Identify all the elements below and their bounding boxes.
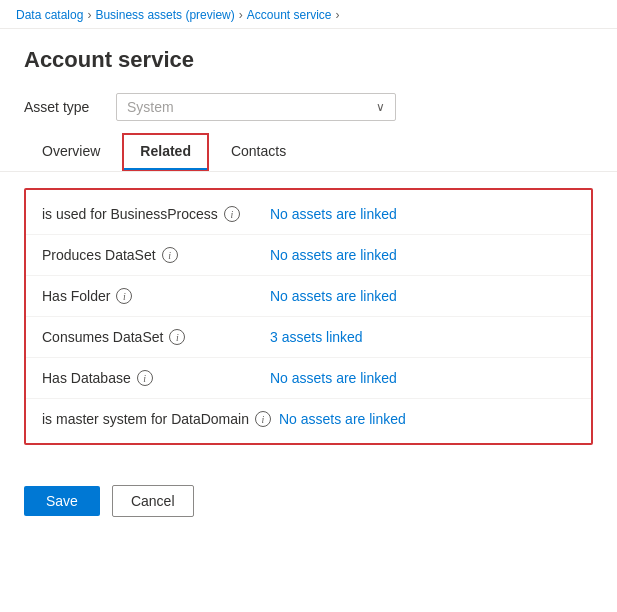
info-icon-4[interactable]: i <box>137 370 153 386</box>
related-row-status-1[interactable]: No assets are linked <box>270 247 397 263</box>
breadcrumb-data-catalog[interactable]: Data catalog <box>16 8 83 22</box>
asset-type-label: Asset type <box>24 99 104 115</box>
breadcrumb-sep-1: › <box>87 8 91 22</box>
related-row-status-0[interactable]: No assets are linked <box>270 206 397 222</box>
list-item: Produces DataSet i No assets are linked <box>26 235 591 276</box>
cancel-button[interactable]: Cancel <box>112 485 194 517</box>
related-row-status-4[interactable]: No assets are linked <box>270 370 397 386</box>
list-item: Consumes DataSet i 3 assets linked <box>26 317 591 358</box>
tab-contacts[interactable]: Contacts <box>213 133 304 171</box>
info-icon-5[interactable]: i <box>255 411 271 427</box>
asset-type-dropdown[interactable]: System ∨ <box>116 93 396 121</box>
related-row-label-0: is used for BusinessProcess i <box>42 206 262 222</box>
save-button[interactable]: Save <box>24 486 100 516</box>
related-panel: is used for BusinessProcess i No assets … <box>24 188 593 445</box>
related-row-label-2: Has Folder i <box>42 288 262 304</box>
list-item: Has Folder i No assets are linked <box>26 276 591 317</box>
asset-type-value: System <box>127 99 174 115</box>
list-item: is used for BusinessProcess i No assets … <box>26 194 591 235</box>
tab-related[interactable]: Related <box>122 133 209 171</box>
page-title: Account service <box>0 29 617 85</box>
related-row-label-5: is master system for DataDomain i <box>42 411 271 427</box>
main-content: is used for BusinessProcess i No assets … <box>0 172 617 461</box>
tabs-row: Overview Related Contacts <box>0 133 617 172</box>
info-icon-2[interactable]: i <box>116 288 132 304</box>
breadcrumb-sep-2: › <box>239 8 243 22</box>
breadcrumb-account-service[interactable]: Account service <box>247 8 332 22</box>
info-icon-1[interactable]: i <box>162 247 178 263</box>
related-row-label-4: Has Database i <box>42 370 262 386</box>
related-row-label-3: Consumes DataSet i <box>42 329 262 345</box>
list-item: Has Database i No assets are linked <box>26 358 591 399</box>
related-row-status-2[interactable]: No assets are linked <box>270 288 397 304</box>
breadcrumb-business-assets[interactable]: Business assets (preview) <box>95 8 234 22</box>
tab-overview[interactable]: Overview <box>24 133 118 171</box>
breadcrumb-sep-3: › <box>335 8 339 22</box>
asset-type-row: Asset type System ∨ <box>0 85 617 129</box>
breadcrumb: Data catalog › Business assets (preview)… <box>0 0 617 29</box>
footer-buttons: Save Cancel <box>0 469 617 533</box>
related-row-status-5[interactable]: No assets are linked <box>279 411 406 427</box>
info-icon-3[interactable]: i <box>169 329 185 345</box>
related-row-status-3[interactable]: 3 assets linked <box>270 329 363 345</box>
list-item: is master system for DataDomain i No ass… <box>26 399 591 439</box>
related-row-label-1: Produces DataSet i <box>42 247 262 263</box>
chevron-down-icon: ∨ <box>376 100 385 114</box>
info-icon-0[interactable]: i <box>224 206 240 222</box>
